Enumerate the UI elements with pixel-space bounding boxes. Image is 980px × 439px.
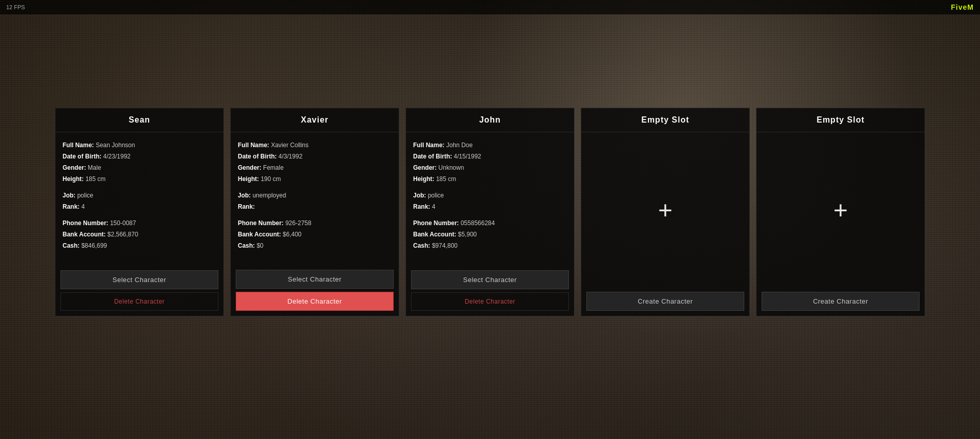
card-footer-john: Select Character Delete Character xyxy=(406,266,574,316)
info-rank-john: Rank: 4 xyxy=(413,202,567,211)
info-dob-sean: Date of Birth: 4/23/1992 xyxy=(63,152,216,161)
fivem-logo: FiveM xyxy=(951,3,974,11)
top-bar: 12 FPS FiveM xyxy=(0,0,980,14)
cards-container: Sean Full Name: Sean Johnson Date of Bir… xyxy=(55,108,925,316)
empty-slot-2-header: Empty Slot xyxy=(757,108,925,132)
info-rank-xavier: Rank: xyxy=(238,202,392,211)
empty-slot-2-title: Empty Slot xyxy=(816,115,865,124)
info-job-john: Job: police xyxy=(413,191,567,200)
info-phone-john: Phone Number: 0558566284 xyxy=(413,218,567,228)
character-card-john: John Full Name: John Doe Date of Birth: … xyxy=(405,108,575,316)
info-dob-john: Date of Birth: 4/15/1992 xyxy=(413,152,567,161)
empty-slot-1-body: + xyxy=(581,132,749,288)
delete-character-xavier[interactable]: Delete Character xyxy=(236,292,394,311)
card-footer-xavier: Select Character Delete Character xyxy=(231,266,399,316)
info-bank-xavier: Bank Account: $6,400 xyxy=(238,230,392,239)
plus-icon-2: + xyxy=(833,198,848,223)
info-height-john: Height: 185 cm xyxy=(413,174,567,184)
empty-slot-1-header: Empty Slot xyxy=(581,108,749,132)
info-cash-xavier: Cash: $0 xyxy=(238,241,392,250)
empty-slot-2-body: + xyxy=(757,132,925,288)
create-character-1[interactable]: Create Character xyxy=(586,292,744,311)
info-fullname-xavier: Full Name: Xavier Collins xyxy=(238,141,392,150)
info-cash-john: Cash: $974,800 xyxy=(413,241,567,250)
info-fullname-sean: Full Name: Sean Johnson xyxy=(63,141,216,150)
info-phone-sean: Phone Number: 150-0087 xyxy=(63,218,216,228)
card-body-john: Full Name: John Doe Date of Birth: 4/15/… xyxy=(406,132,574,266)
plus-icon-1: + xyxy=(658,198,672,223)
card-name-xavier: Xavier xyxy=(301,115,329,124)
info-height-sean: Height: 185 cm xyxy=(63,174,216,184)
empty-slot-1-footer: Create Character xyxy=(581,288,749,316)
character-card-xavier: Xavier Full Name: Xavier Collins Date of… xyxy=(230,108,399,316)
empty-slot-1: Empty Slot + Create Character xyxy=(581,108,750,316)
info-bank-john: Bank Account: $5,900 xyxy=(413,230,567,239)
create-character-2[interactable]: Create Character xyxy=(762,292,920,311)
info-rank-sean: Rank: 4 xyxy=(63,202,216,211)
empty-slot-2-footer: Create Character xyxy=(757,288,925,316)
card-name-sean: Sean xyxy=(129,115,150,124)
select-character-john[interactable]: Select Character xyxy=(411,270,569,289)
select-character-sean[interactable]: Select Character xyxy=(60,270,218,289)
card-footer-sean: Select Character Delete Character xyxy=(55,266,223,316)
info-gender-xavier: Gender: Female xyxy=(238,163,392,172)
info-phone-xavier: Phone Number: 926-2758 xyxy=(238,218,392,228)
info-cash-sean: Cash: $846,699 xyxy=(63,241,216,250)
info-height-xavier: Height: 190 cm xyxy=(238,174,392,184)
card-header-xavier: Xavier xyxy=(231,108,399,132)
select-character-xavier[interactable]: Select Character xyxy=(236,270,394,289)
card-body-xavier: Full Name: Xavier Collins Date of Birth:… xyxy=(231,132,399,266)
info-gender-john: Gender: Unknown xyxy=(413,163,567,172)
delete-character-sean[interactable]: Delete Character xyxy=(60,292,218,311)
info-bank-sean: Bank Account: $2,566,870 xyxy=(63,230,216,239)
card-header-john: John xyxy=(406,108,574,132)
info-gender-sean: Gender: Male xyxy=(63,163,216,172)
delete-character-john[interactable]: Delete Character xyxy=(411,292,569,311)
info-job-xavier: Job: unemployed xyxy=(238,191,392,200)
empty-slot-2: Empty Slot + Create Character xyxy=(756,108,925,316)
character-card-sean: Sean Full Name: Sean Johnson Date of Bir… xyxy=(55,108,224,316)
info-fullname-john: Full Name: John Doe xyxy=(413,141,567,150)
card-header-sean: Sean xyxy=(55,108,223,132)
card-body-sean: Full Name: Sean Johnson Date of Birth: 4… xyxy=(55,132,223,266)
empty-slot-1-title: Empty Slot xyxy=(641,115,689,124)
fps-counter: 12 FPS xyxy=(6,4,25,10)
info-dob-xavier: Date of Birth: 4/3/1992 xyxy=(238,152,392,161)
info-job-sean: Job: police xyxy=(63,191,216,200)
card-name-john: John xyxy=(479,115,501,124)
